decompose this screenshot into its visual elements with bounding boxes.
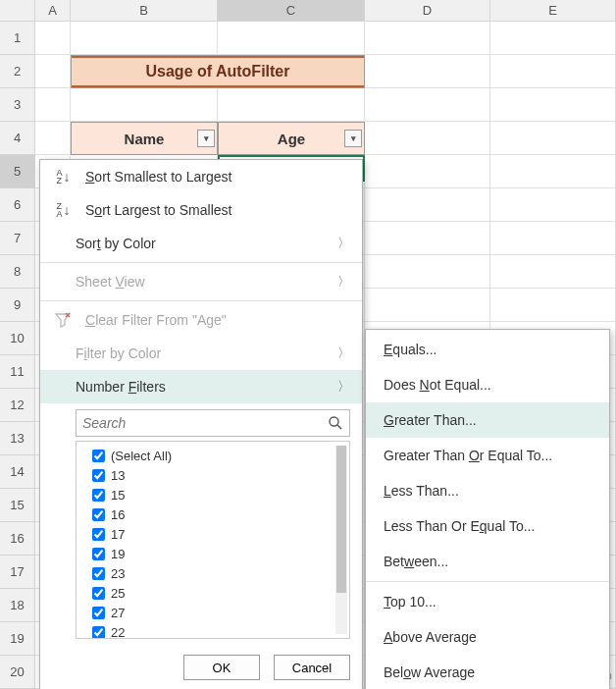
filter-lte[interactable]: Less Than Or Equal To...Less Than Or Equ… <box>366 508 609 544</box>
filter-value-row[interactable]: 15 <box>82 485 343 504</box>
filter-greater-than[interactable]: Greater Than...Greater Than... <box>366 402 609 438</box>
filter-less-than[interactable]: Less Than...Less Than... <box>366 473 609 508</box>
cell[interactable] <box>365 22 490 55</box>
filter-value-checkbox[interactable] <box>92 508 105 521</box>
cell[interactable] <box>71 88 218 122</box>
filter-value-row[interactable]: 19 <box>82 544 343 563</box>
filter-value-row[interactable]: 13 <box>82 465 343 485</box>
cell[interactable] <box>35 88 71 122</box>
filter-search-input[interactable] <box>82 415 322 431</box>
cell[interactable] <box>35 122 71 155</box>
cell[interactable] <box>365 222 490 255</box>
cancel-button[interactable]: Cancel <box>274 655 350 680</box>
row-header[interactable]: 12 <box>0 389 35 422</box>
cell[interactable] <box>365 55 490 88</box>
clear-filter-icon <box>52 311 74 329</box>
filter-value-label: 27 <box>111 606 125 620</box>
filter-dropdown-button-name[interactable]: ▾ <box>197 130 215 147</box>
row-header[interactable]: 16 <box>0 522 35 556</box>
cell[interactable] <box>490 122 616 155</box>
cell[interactable] <box>218 88 365 122</box>
cell[interactable] <box>365 122 490 155</box>
filter-top10[interactable]: Top 10...Top 10... <box>366 584 609 619</box>
filter-between[interactable]: Between...Between... <box>366 544 609 579</box>
scrollbar-thumb[interactable] <box>336 446 346 593</box>
row-header[interactable]: 14 <box>0 455 35 489</box>
filter-equals[interactable]: Equals...Equals... <box>366 332 609 367</box>
sort-ascending-item[interactable]: AZ↓ SSort Smallest to Largestort Smalles… <box>40 160 362 193</box>
row-header[interactable]: 8 <box>0 255 35 289</box>
filter-value-row[interactable]: 27 <box>82 603 343 622</box>
cell[interactable] <box>490 22 616 55</box>
filter-dropdown-button-age[interactable]: ▾ <box>344 130 362 147</box>
col-header-b[interactable]: B <box>71 0 218 22</box>
row-header[interactable]: 19 <box>0 622 35 656</box>
row-header[interactable]: 1 <box>0 22 35 55</box>
search-icon <box>328 415 343 431</box>
cell[interactable] <box>365 255 490 289</box>
filter-not-equal[interactable]: Does Not Equal...Does Not Equal... <box>366 367 609 402</box>
scrollbar[interactable] <box>335 446 347 634</box>
row-header[interactable]: 2 <box>0 55 35 88</box>
col-header-e[interactable]: E <box>490 0 616 22</box>
col-header-c[interactable]: C <box>218 0 365 22</box>
filter-value-row[interactable]: 25 <box>82 583 343 603</box>
filter-value-checkbox[interactable] <box>92 528 105 541</box>
row-header[interactable]: 7 <box>0 222 35 255</box>
filter-value-checkbox[interactable] <box>92 450 105 462</box>
sort-by-color-item[interactable]: Sort by ColorSort by Color 〉 <box>40 227 362 260</box>
row-header[interactable]: 17 <box>0 556 35 589</box>
cell[interactable] <box>490 289 616 322</box>
row-header[interactable]: 6 <box>0 188 35 222</box>
cell[interactable] <box>35 22 71 55</box>
row-header[interactable]: 3 <box>0 88 35 122</box>
filter-value-checkbox[interactable] <box>92 567 105 580</box>
filter-value-list[interactable]: (Select All)131516171923252722 <box>76 441 350 639</box>
cell[interactable] <box>35 55 71 88</box>
filter-value-checkbox[interactable] <box>92 489 105 502</box>
sort-descending-item[interactable]: ZA↓ Sort Largest to SmallestSort Largest… <box>40 193 362 227</box>
row-header[interactable]: 5 <box>0 155 35 188</box>
col-header-d[interactable]: D <box>365 0 490 22</box>
row-header[interactable]: 20 <box>0 656 35 689</box>
filter-value-checkbox[interactable] <box>92 626 105 639</box>
filter-value-row[interactable]: 16 <box>82 504 343 524</box>
col-header-a[interactable]: A <box>35 0 71 22</box>
row-header[interactable]: 9 <box>0 289 35 322</box>
cell[interactable] <box>490 188 616 222</box>
cell[interactable] <box>365 155 490 188</box>
cell[interactable] <box>490 222 616 255</box>
row-header[interactable]: 18 <box>0 589 35 622</box>
filter-value-checkbox[interactable] <box>92 587 105 600</box>
cell[interactable] <box>365 88 490 122</box>
filter-gte[interactable]: Greater Than Or Equal To...Greater Than … <box>366 438 609 473</box>
cell[interactable] <box>71 22 218 55</box>
filter-below-avg[interactable]: Below AverageBelow Average <box>366 655 609 689</box>
cell[interactable] <box>490 88 616 122</box>
filter-value-row[interactable]: 17 <box>82 524 343 544</box>
row-header[interactable]: 4 <box>0 122 35 155</box>
filter-above-avg[interactable]: Above AverageAbove Average <box>366 619 609 655</box>
filter-value-checkbox[interactable] <box>92 548 105 560</box>
cell[interactable] <box>365 289 490 322</box>
filter-value-row[interactable]: 23 <box>82 563 343 583</box>
cell[interactable] <box>365 188 490 222</box>
cell[interactable] <box>218 22 365 55</box>
filter-value-row[interactable]: (Select All) <box>82 446 343 465</box>
row-header[interactable]: 10 <box>0 322 35 355</box>
filter-value-row[interactable]: 22 <box>82 622 343 639</box>
number-filters-item[interactable]: Number FiltersNumber Filters 〉 <box>40 370 362 403</box>
cell[interactable] <box>490 255 616 289</box>
cell[interactable] <box>490 155 616 188</box>
row-header[interactable]: 15 <box>0 489 35 522</box>
filter-value-checkbox[interactable] <box>92 607 105 619</box>
row-header[interactable]: 13 <box>0 422 35 455</box>
chevron-right-icon: 〉 <box>337 344 350 362</box>
filter-search-box[interactable] <box>76 409 350 437</box>
row-header[interactable]: 11 <box>0 355 35 389</box>
filter-by-color-item: Filter by ColorFilter by Color 〉 <box>40 337 362 370</box>
select-all-corner[interactable] <box>0 0 35 22</box>
ok-button[interactable]: OK <box>183 655 260 680</box>
filter-value-checkbox[interactable] <box>92 469 105 482</box>
cell[interactable] <box>490 55 616 88</box>
